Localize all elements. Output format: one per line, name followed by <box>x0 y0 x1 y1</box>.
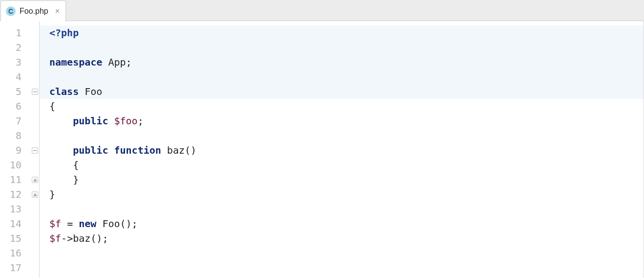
code-line[interactable]: $f = new Foo(); <box>40 216 644 231</box>
editor: 1234567891011121314151617 <?phpnamespace… <box>0 21 644 278</box>
fold-gutter-cell <box>25 260 39 275</box>
code-token <box>49 115 73 127</box>
line-number: 5 <box>0 84 25 99</box>
line-number: 3 <box>0 55 25 70</box>
fold-close-icon[interactable] <box>32 177 38 183</box>
code-line[interactable]: public $foo; <box>40 114 644 128</box>
class-file-icon: C <box>6 6 16 16</box>
code-line[interactable] <box>40 202 644 216</box>
code-token <box>108 144 114 156</box>
fold-gutter-cell <box>25 40 39 55</box>
code-token: namespace <box>49 56 102 68</box>
code-line[interactable] <box>40 40 644 55</box>
fold-gutter-cell <box>25 187 39 202</box>
code-line[interactable]: } <box>40 187 644 202</box>
code-token: $f <box>49 232 61 244</box>
line-number: 10 <box>0 158 25 172</box>
fold-open-icon[interactable] <box>32 147 38 154</box>
line-number: 9 <box>0 143 25 158</box>
fold-gutter-cell <box>25 84 39 99</box>
code-line[interactable]: <?php <box>40 25 644 40</box>
line-number: 2 <box>0 40 25 55</box>
line-number: 6 <box>0 99 25 114</box>
code-line[interactable] <box>40 246 644 260</box>
fold-gutter <box>25 21 39 278</box>
code-token: public <box>73 115 108 127</box>
code-token: $foo <box>114 115 137 127</box>
line-number: 17 <box>0 260 25 275</box>
code-token: } <box>49 188 55 200</box>
fold-gutter-cell <box>25 99 39 114</box>
line-number: 7 <box>0 114 25 128</box>
code-token <box>49 144 73 156</box>
code-line[interactable]: class Foo <box>40 84 644 99</box>
code-token: function <box>114 144 161 156</box>
code-token <box>161 144 167 156</box>
fold-gutter-cell <box>25 55 39 70</box>
code-token: baz <box>167 144 185 156</box>
fold-gutter-cell <box>25 158 39 172</box>
fold-gutter-cell <box>25 143 39 158</box>
line-number: 15 <box>0 231 25 246</box>
code-token: { <box>49 100 55 112</box>
code-line[interactable]: namespace App; <box>40 55 644 70</box>
fold-open-icon[interactable] <box>32 89 38 95</box>
code-line[interactable] <box>40 260 644 275</box>
code-token: App; <box>102 56 131 68</box>
line-number: 4 <box>0 70 25 84</box>
code-token: -> <box>61 232 73 244</box>
code-token: { <box>49 159 79 171</box>
code-token: ; <box>138 115 144 127</box>
fold-gutter-cell <box>25 172 39 187</box>
line-number: 11 <box>0 172 25 187</box>
code-area[interactable]: <?phpnamespace App;class Foo{ public $fo… <box>39 21 644 278</box>
tab-bar: C Foo.php × <box>0 0 644 21</box>
fold-gutter-cell <box>25 231 39 246</box>
code-token: <?php <box>49 27 79 39</box>
line-number-gutter: 1234567891011121314151617 <box>0 21 25 278</box>
code-line[interactable]: { <box>40 99 644 114</box>
fold-gutter-cell <box>25 25 39 40</box>
code-token: class <box>49 86 79 97</box>
code-token: } <box>49 174 79 185</box>
code-token: new <box>79 218 96 230</box>
line-number: 12 <box>0 187 25 202</box>
code-token: $f <box>49 218 61 230</box>
code-line[interactable]: { <box>40 158 644 172</box>
fold-close-icon[interactable] <box>32 191 38 198</box>
fold-gutter-cell <box>25 246 39 260</box>
fold-gutter-cell <box>25 128 39 143</box>
fold-gutter-cell <box>25 202 39 216</box>
fold-gutter-cell <box>25 114 39 128</box>
line-number: 16 <box>0 246 25 260</box>
code-line[interactable] <box>40 128 644 143</box>
code-token <box>108 115 114 127</box>
code-line[interactable]: $f->baz(); <box>40 231 644 246</box>
fold-gutter-cell <box>25 70 39 84</box>
code-token: () <box>185 144 196 156</box>
tab-filename: Foo.php <box>20 7 48 16</box>
code-line[interactable]: } <box>40 172 644 187</box>
code-line[interactable]: public function baz() <box>40 143 644 158</box>
code-token: = <box>61 218 79 230</box>
code-line[interactable] <box>40 70 644 84</box>
line-number: 13 <box>0 202 25 216</box>
line-number: 14 <box>0 216 25 231</box>
close-icon[interactable]: × <box>55 7 60 16</box>
file-tab[interactable]: C Foo.php × <box>0 0 66 22</box>
code-token: public <box>73 144 108 156</box>
code-token: (); <box>90 232 108 244</box>
line-number: 8 <box>0 128 25 143</box>
code-token: baz <box>73 232 90 244</box>
code-token: Foo(); <box>96 218 137 230</box>
code-token: Foo <box>79 86 102 97</box>
line-number: 1 <box>0 25 25 40</box>
fold-gutter-cell <box>25 216 39 231</box>
